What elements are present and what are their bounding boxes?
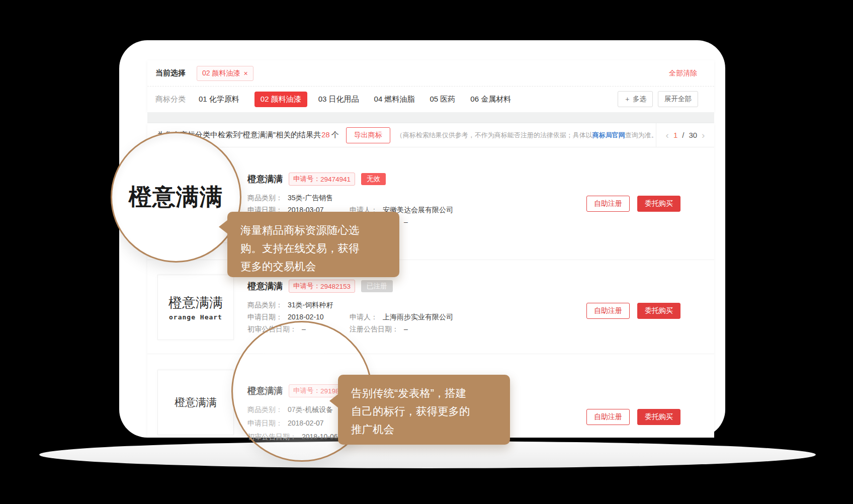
trademark-name[interactable]: 橙意满满	[247, 173, 283, 185]
category-06[interactable]: 06 金属材料	[470, 95, 511, 104]
trademark-image-caption: orange Heart	[169, 313, 222, 321]
detail-field: 商品类别：31类-饲料种籽	[247, 301, 333, 313]
remove-tag-icon[interactable]: ×	[243, 69, 247, 77]
trademark-name[interactable]: 橙意满满	[247, 280, 283, 292]
disclaimer-text: （商标检索结果仅供参考，不作为商标能否注册的法律依据；具体以商标局官网查询为准。…	[396, 131, 656, 140]
category-02-active[interactable]: 02 颜料油漆	[254, 92, 307, 107]
clear-all-button[interactable]: 全部清除	[669, 69, 697, 78]
page-separator: /	[682, 131, 684, 139]
summary-suffix: 个	[331, 130, 339, 139]
field-label: 注册公告日期：	[350, 325, 399, 333]
callout-line: 推广机会	[351, 421, 497, 439]
current-selection-row: 当前选择 02 颜料油漆× 全部清除	[147, 60, 714, 87]
field-value: 31类-饲料种籽	[288, 301, 333, 309]
field-label: 商品类别：	[247, 194, 283, 202]
trademark-image-text: 橙意满满	[168, 294, 223, 312]
callout-promotion: 告别传统“发表格”，搭建 自己的标行，获得更多的 推广机会	[338, 375, 510, 445]
field-value: 上海雨步实业有限公司	[383, 313, 453, 321]
detail-field: 申请人：上海雨步实业有限公司	[350, 313, 453, 325]
callout-arrow-icon	[329, 394, 338, 408]
row-actions: 自助注册 委托购买	[586, 409, 680, 425]
magnified-trademark-text: 橙意满满	[129, 182, 223, 213]
callout-arrow-icon	[219, 220, 228, 234]
selected-filter-tag-text: 02 颜料油漆	[202, 69, 240, 78]
filter-card: 当前选择 02 颜料油漆× 全部清除 商标分类 01 化学原料 02 颜料油漆 …	[147, 60, 714, 112]
multi-select-button[interactable]: ＋ 多选	[618, 91, 653, 107]
field-label: 商品类别：	[247, 301, 283, 309]
screenshot-canvas: 当前选择 02 颜料油漆× 全部清除 商标分类 01 化学原料 02 颜料油漆 …	[0, 0, 853, 504]
expand-all-button[interactable]: 展开全部	[658, 91, 698, 107]
selected-filter-tag[interactable]: 02 颜料油漆×	[197, 66, 253, 81]
field-value: –	[404, 325, 408, 333]
category-row: 商标分类 01 化学原料 02 颜料油漆 03 日化用品 04 燃料油脂 05 …	[147, 87, 714, 112]
export-trademarks-button[interactable]: 导出商标	[346, 127, 390, 143]
field-label: 申请人：	[350, 313, 378, 321]
entrust-buy-button[interactable]: 委托购买	[637, 303, 680, 319]
application-number-tag: 申请号：29482153	[289, 280, 355, 293]
category-01[interactable]: 01 化学原料	[199, 95, 239, 104]
callout-line: 购。支持在线交易，获得	[240, 239, 386, 258]
result-details: 橙意满满 申请号：29474941 无效 商品类别：35类-广告销售 申请日期：…	[247, 173, 583, 194]
total-pages: 30	[689, 131, 697, 139]
disclaimer-prefix: （商标检索结果仅供参考，不作为商标能否注册的法律依据；具体以	[396, 131, 592, 139]
entrust-buy-button[interactable]: 委托购买	[637, 409, 680, 425]
next-page-icon[interactable]: ›	[702, 130, 705, 140]
pagination: ‹ 1 / 30 ›	[656, 123, 714, 147]
category-tools: ＋ 多选 展开全部	[618, 91, 698, 107]
self-register-button[interactable]: 自助注册	[586, 409, 630, 425]
detail-field: 商品类别：35类-广告销售	[247, 194, 333, 206]
entrust-buy-button[interactable]: 委托购买	[637, 196, 680, 212]
trademark-office-link[interactable]: 商标局官网	[592, 131, 625, 139]
callout-trade-resources: 海量精品商标资源随心选 购。支持在线交易，获得 更多的交易机会	[227, 212, 399, 277]
application-number-label: 申请号：	[293, 282, 320, 291]
application-number-label: 申请号：	[293, 175, 320, 184]
disclaimer-suffix: 查询为准。）	[625, 131, 656, 139]
callout-line: 告别传统“发表格”，搭建	[351, 384, 497, 402]
window-pedestal-shadow	[39, 441, 816, 468]
row-actions: 自助注册 委托购买	[586, 196, 680, 212]
callout-line: 海量精品商标资源随心选	[240, 221, 386, 239]
result-title-line: 橙意满满 申请号：29482153 已注册	[247, 280, 583, 293]
application-number-tag: 申请号：29474941	[289, 173, 355, 186]
row-actions: 自助注册 委托购买	[586, 303, 680, 319]
field-value: –	[404, 218, 408, 226]
field-value: 35类-广告销售	[288, 194, 333, 202]
detail-field: 注册公告日期：–	[350, 325, 408, 337]
category-03[interactable]: 03 日化用品	[318, 95, 359, 104]
trademark-image-text: 橙意满满	[175, 395, 217, 409]
card-gap	[147, 112, 714, 123]
current-selection-label: 当前选择	[155, 68, 186, 78]
result-details: 橙意满满 申请号：29482153 已注册 商品类别：31类-饲料种籽 申请日期…	[247, 280, 583, 301]
status-badge: 已注册	[361, 280, 393, 292]
results-header: 为您在商标分类中检索到“橙意满满”相关的结果共28个 导出商标 （商标检索结果仅…	[147, 123, 714, 147]
callout-line: 自己的标行，获得更多的	[351, 402, 497, 421]
self-register-button[interactable]: 自助注册	[586, 303, 630, 319]
current-page: 1	[673, 131, 677, 139]
results-count: 28	[321, 130, 330, 139]
self-register-button[interactable]: 自助注册	[586, 196, 630, 212]
category-05[interactable]: 05 医药	[430, 95, 455, 104]
application-number-value: 29482153	[320, 283, 351, 290]
result-title-line: 橙意满满 申请号：29474941 无效	[247, 173, 583, 186]
trademark-image[interactable]: 橙意满满	[157, 370, 234, 435]
trademark-image[interactable]: 橙意满满 orange Heart	[157, 275, 234, 340]
status-badge: 无效	[361, 173, 386, 185]
prev-page-icon[interactable]: ‹	[666, 130, 669, 140]
field-label: 申请日期：	[247, 313, 283, 321]
application-number-value: 29474941	[320, 176, 351, 183]
category-row-label: 商标分类	[155, 95, 186, 104]
callout-line: 更多的交易机会	[240, 258, 386, 276]
field-value: 2018-02-10	[288, 313, 324, 321]
magnifier-bubble-trademark: 橙意满满	[111, 132, 241, 263]
category-04[interactable]: 04 燃料油脂	[374, 95, 415, 104]
